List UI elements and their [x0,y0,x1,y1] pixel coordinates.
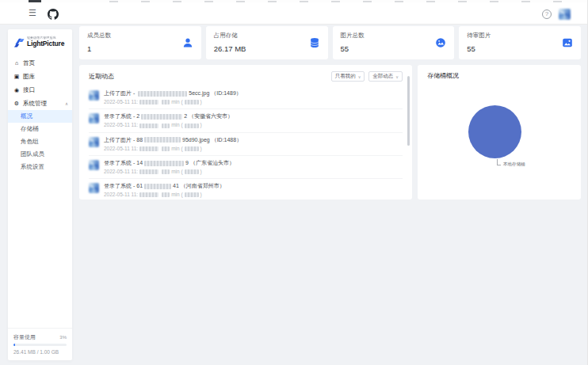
topbar: ☰ ? [0,2,588,25]
redacted-text [144,161,184,166]
capacity-percent: 3% [59,335,67,340]
redacted-text [162,100,170,105]
capacity-title: 容量使用 [13,333,36,341]
redacted-text [139,100,158,105]
chevron-down-icon: ∨ [395,74,399,79]
redacted-text [139,192,158,197]
filter-label: 只看我的 [335,73,356,80]
sidebar-item-api[interactable]: ◉ 接口 [8,83,72,97]
stat-label: 占用存储 [214,32,320,40]
sidebar-item-label: 接口 [23,86,35,94]
redacted-text [139,169,158,174]
browser-remnant-mark [29,0,41,2]
filter-select-all-activity[interactable]: 全部动态 ∨ [368,71,403,82]
filter-label: 全部动态 [372,73,393,80]
redacted-text [162,146,170,151]
browser-remnant-strip [0,0,588,2]
activity-meta: 2022-05-11 11:min () [104,169,235,174]
redacted-text [185,192,199,197]
chevron-up-icon: ∧ [65,101,68,106]
activity-text: 登录了系统 - 22 （安徽省六安市） [104,112,233,120]
sidebar-subitem-team-members[interactable]: 团队成员 [8,148,72,161]
capacity-usage: 26.41 MB / 1.00 GB [13,349,67,355]
activity-meta: 2022-05-11 11:min () [104,192,225,197]
stat-card-members: 成员总数 1 [79,26,201,59]
redacted-text [144,137,181,143]
redacted-text [162,169,170,174]
filter-select-only-mine[interactable]: 只看我的 ∨ [331,71,365,82]
activity-text: 登录了系统 - 149 （广东省汕头市） [104,159,235,166]
database-icon [309,37,320,48]
sidebar-subitem-overview[interactable]: 概况 [8,110,72,123]
recent-activity-panel: 近期动态 只看我的 ∨ 全部动态 ∨ 上传了图片 - 5ecc.jpg （ID:… [79,65,412,200]
redacted-text [144,184,171,189]
activity-meta: 2022-05-11 11:min () [104,99,242,105]
sidebar-item-label: 首页 [23,59,35,67]
bucket-title: 存储桶概况 [427,71,571,80]
bucket-overview-panel: 存储桶概况 本地存储桶 [418,65,581,200]
chevron-down-icon: ∨ [358,74,361,79]
activity-row[interactable]: 登录了系统 - 6141 （河南省郑州市） 2022-05-11 11:min … [89,179,403,201]
avatar [89,183,99,193]
user-icon [182,37,193,48]
pie-label: 本地存储桶 [503,162,525,167]
images-icon [435,37,446,48]
help-icon[interactable]: ? [542,10,552,19]
app-logo[interactable]: 轻量级图片管理系统 LightPicture [8,29,72,54]
sidebar-subitem-system-settings[interactable]: 系统设置 [8,161,72,173]
activity-scrollbar[interactable] [407,76,410,146]
activity-row[interactable]: 登录了系统 - 22 （安徽省六安市） 2022-05-11 11:min () [89,109,403,132]
activity-filters: 只看我的 ∨ 全部动态 ∨ [331,71,403,82]
stat-label: 待审图片 [467,32,573,40]
activity-row[interactable]: 登录了系统 - 149 （广东省汕头市） 2022-05-11 11:min (… [89,156,403,179]
redacted-text [162,192,170,197]
activity-list: 上传了图片 - 5ecc.jpg （ID:1489） 2022-05-11 11… [89,86,403,201]
capacity-progress-fill [13,344,15,346]
redacted-text [185,169,199,174]
activity-row[interactable]: 上传了图片 - 8895d90.jpeg （ID:1488） 2022-05-1… [89,133,403,156]
activity-meta: 2022-05-11 11:min () [104,122,233,127]
logo-title: LightPicture [27,40,64,48]
redacted-text [162,124,170,128]
activity-row[interactable]: 上传了图片 - 5ecc.jpg （ID:1489） 2022-05-11 11… [89,86,403,109]
gear-icon: ⚙ [13,101,20,107]
activity-text: 上传了图片 - 8895d90.jpeg （ID:1488） [104,136,242,143]
avatar [89,90,99,101]
hamburger-menu-icon[interactable]: ☰ [29,8,36,18]
activity-text: 登录了系统 - 6141 （河南省郑州市） [104,182,225,189]
user-avatar[interactable] [559,9,571,20]
avatar [89,137,99,147]
sidebar-item-system[interactable]: ⚙ 系统管理 ∧ [8,97,72,110]
sidebar-item-label: 系统管理 [23,100,47,108]
stat-value: 55 [467,44,573,53]
sidebar-subitem-storage-bucket[interactable]: 存储桶 [8,123,72,135]
stat-value: 1 [87,44,193,53]
lightpicture-logo-icon [12,36,25,48]
capacity-progress-bar [13,344,67,346]
redacted-text [185,124,199,128]
stat-label: 图片总数 [341,32,447,40]
stat-card-total-images: 图片总数 55 [333,26,455,59]
redacted-text [139,124,158,128]
github-icon[interactable] [48,9,59,20]
sidebar-subitem-role-group[interactable]: 角色组 [8,135,72,148]
avatar [89,113,99,124]
logo-subtitle: 轻量级图片管理系统 [27,37,60,40]
stat-label: 成员总数 [87,32,193,40]
pie-callout-line [497,159,501,165]
home-icon: ⌂ [13,60,20,66]
sidebar-item-label: 图库 [23,73,35,81]
stat-value: 55 [341,44,447,53]
stat-card-pending-images: 待审图片 55 [459,26,581,59]
sidebar-item-gallery[interactable]: ▣ 图库 [8,70,72,83]
bucket-pie-chart[interactable] [468,105,521,158]
avatar [89,160,99,170]
redacted-text [139,146,158,151]
sidebar-item-home[interactable]: ⌂ 首页 [8,56,72,70]
sidebar-menu: ⌂ 首页 ▣ 图库 ◉ 接口 ⚙ 系统管理 ∧ 概况 存储桶 角色组 团队成员 … [8,56,72,173]
stat-value: 26.17 MB [214,44,320,53]
activity-text: 上传了图片 - 5ecc.jpg （ID:1489） [104,89,242,97]
redacted-text [138,91,187,97]
browser-remnant-dashes [109,1,585,2]
capacity-panel: 容量使用 3% 26.41 MB / 1.00 GB [8,328,72,360]
